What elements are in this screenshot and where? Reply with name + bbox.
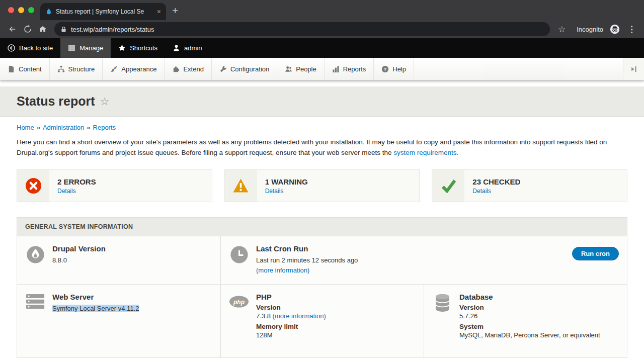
web-server-value: Symfony Local Server v4.11.2 (52, 305, 139, 312)
favorite-star-icon[interactable]: ☆ (100, 96, 110, 108)
php-memory-label: Memory limit (256, 323, 326, 330)
star-icon (118, 44, 126, 52)
drupal-favicon-icon (45, 8, 52, 15)
breadcrumb-reports[interactable]: Reports (93, 124, 116, 131)
menu-item-appearance[interactable]: Appearance (103, 58, 165, 80)
menu-item-label: Configuration (230, 65, 269, 73)
checked-card: 23 CHECKED Details (432, 169, 627, 202)
php-more-information-link[interactable]: (more information) (273, 312, 326, 320)
people-icon (285, 65, 292, 73)
manage-label: Manage (79, 44, 103, 52)
close-window-button[interactable] (8, 7, 14, 13)
warnings-count: 1 WARNING (265, 177, 308, 186)
cron-status: Last run 2 minutes 12 seconds ago (256, 255, 358, 265)
section-title: GENERAL SYSTEM INFORMATION (17, 218, 627, 236)
menu-item-label: Reports (343, 65, 366, 73)
drupal-logo-icon (25, 245, 45, 264)
breadcrumb-separator: » (87, 124, 90, 131)
bookmark-star-icon[interactable]: ☆ (554, 24, 570, 35)
database-icon (432, 294, 452, 312)
php-cell: php PHP Version 7.3.8 (more information)… (220, 284, 424, 357)
svg-text:?: ? (384, 66, 386, 71)
error-icon (17, 170, 49, 202)
general-system-information-panel: GENERAL SYSTEM INFORMATION Drupal Versio… (17, 217, 627, 358)
page-title: Status report (17, 94, 95, 109)
user-icon (173, 44, 180, 52)
menu-item-configuration[interactable]: Configuration (212, 58, 277, 80)
drupal-version-title: Drupal Version (52, 244, 106, 253)
drupal-version-value: 8.8.0 (52, 255, 106, 265)
drupal-version-cell: Drupal Version 8.8.0 (17, 236, 220, 284)
clock-icon (229, 245, 249, 264)
cron-more-information-link[interactable]: (more information) (256, 266, 309, 274)
url-text[interactable]: test.wip/admin/reports/status (71, 26, 154, 33)
breadcrumb-administration[interactable]: Administration (43, 124, 84, 131)
database-version-value: 5.7.26 (459, 311, 600, 321)
menu-item-people[interactable]: People (277, 58, 324, 80)
browser-menu-icon[interactable]: ⋮ (622, 24, 639, 35)
paintbrush-icon (110, 65, 118, 73)
menu-item-label: Structure (68, 65, 95, 73)
menu-item-help[interactable]: ? Help (374, 58, 414, 80)
lock-icon[interactable] (60, 26, 67, 33)
database-version-label: Version (459, 304, 600, 311)
shortcuts-label: Shortcuts (130, 44, 157, 52)
last-cron-run-cell: Last Cron Run Last run 2 minutes 12 seco… (220, 236, 627, 284)
url-bar[interactable]: test.wip/admin/reports/status (54, 22, 550, 36)
menu-item-reports[interactable]: Reports (325, 58, 374, 80)
toolbar-collapse-button[interactable] (623, 58, 644, 80)
menu-item-content[interactable]: Content (0, 58, 50, 80)
browser-address-bar: test.wip/admin/reports/status ☆ Incognit… (0, 20, 644, 38)
menu-item-extend[interactable]: Extend (165, 58, 211, 80)
wrench-icon (219, 65, 227, 73)
errors-details-link[interactable]: Details (57, 188, 96, 195)
web-server-cell: Web Server Symfony Local Server v4.11.2 (17, 284, 220, 357)
php-icon: php (229, 294, 249, 310)
window-controls (0, 7, 40, 13)
close-tab-icon[interactable]: × (157, 8, 161, 15)
menu-item-label: Content (19, 65, 42, 73)
system-requirements-link[interactable]: system requirements. (393, 149, 458, 156)
php-version-value: 7.3.8 (256, 312, 271, 320)
php-version-label: Version (256, 304, 326, 311)
bar-chart-icon (332, 65, 340, 73)
reload-icon[interactable] (20, 22, 35, 37)
browser-tab-strip: Status report | Symfony Local Se × + (0, 0, 644, 20)
checkmark-icon (432, 170, 464, 202)
menu-item-structure[interactable]: Structure (50, 58, 103, 80)
menu-spacer (414, 58, 623, 80)
breadcrumb-home[interactable]: Home (17, 124, 34, 131)
incognito-icon (607, 24, 622, 35)
warnings-details-link[interactable]: Details (265, 188, 308, 195)
manage-tab[interactable]: Manage (60, 38, 111, 58)
sitemap-icon (57, 65, 65, 73)
back-to-site-label: Back to site (19, 44, 53, 52)
user-account-tab[interactable]: admin (165, 38, 209, 58)
minimize-window-button[interactable] (18, 7, 24, 13)
tab-title: Status report | Symfony Local Se (56, 8, 153, 15)
hamburger-icon (68, 44, 75, 52)
database-system-value: MySQL, MariaDB, Percona Server, or equiv… (459, 330, 600, 340)
breadcrumb-separator: » (37, 124, 40, 131)
database-system-label: System (459, 323, 600, 330)
warning-icon (225, 170, 257, 202)
shortcuts-tab[interactable]: Shortcuts (111, 38, 165, 58)
errors-card: 2 ERRORS Details (17, 169, 212, 202)
back-to-site-icon (8, 44, 15, 52)
zoom-window-button[interactable] (28, 7, 34, 13)
home-icon[interactable] (35, 22, 50, 37)
collapse-icon (630, 65, 637, 73)
checked-details-link[interactable]: Details (472, 188, 520, 195)
intro-text: Here you can find a short overview of yo… (17, 138, 607, 156)
document-icon (8, 65, 15, 73)
intro-paragraph: Here you can find a short overview of yo… (17, 137, 627, 158)
page-content: Home»Administration»Reports Here you can… (0, 117, 644, 358)
back-to-site-button[interactable]: Back to site (0, 38, 60, 58)
cron-title: Last Cron Run (256, 244, 358, 253)
back-icon[interactable] (5, 22, 20, 37)
breadcrumb: Home»Administration»Reports (17, 124, 627, 131)
new-tab-button[interactable]: + (172, 5, 178, 16)
run-cron-button[interactable]: Run cron (572, 247, 619, 260)
browser-tab[interactable]: Status report | Symfony Local Se × (40, 3, 166, 20)
page-header: Status report ☆ (0, 86, 644, 117)
